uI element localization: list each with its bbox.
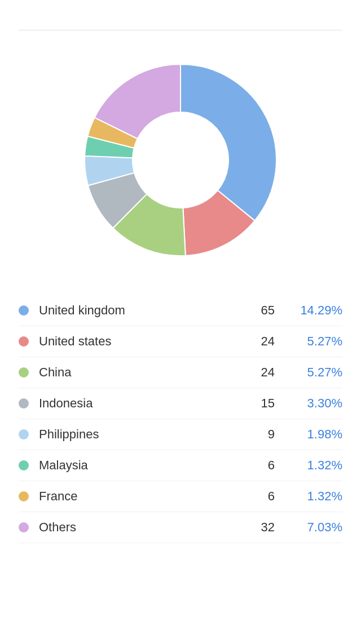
chart-svg — [73, 53, 288, 267]
legend-color-dot — [19, 491, 29, 501]
legend-label: China — [39, 365, 241, 380]
legend-count: 6 — [241, 489, 275, 504]
legend-row: Philippines91.98% — [19, 419, 342, 450]
legend-label: Indonesia — [39, 396, 241, 411]
legend-label: Philippines — [39, 427, 241, 442]
legend: United kingdom6514.29%United states245.2… — [19, 295, 342, 543]
legend-row: Indonesia153.30% — [19, 388, 342, 419]
donut-chart — [19, 53, 342, 267]
legend-row: France61.32% — [19, 481, 342, 512]
legend-pct: 1.32% — [292, 489, 342, 504]
legend-row: United states245.27% — [19, 326, 342, 357]
legend-color-dot — [19, 367, 29, 377]
legend-count: 9 — [241, 427, 275, 442]
page-container: United kingdom6514.29%United states245.2… — [0, 0, 361, 566]
legend-count: 15 — [241, 396, 275, 411]
legend-pct: 7.03% — [292, 520, 342, 535]
segment-united-kingdom[interactable] — [180, 64, 276, 221]
legend-count: 24 — [241, 365, 275, 380]
legend-row: China245.27% — [19, 357, 342, 388]
legend-color-dot — [19, 460, 29, 470]
legend-pct: 14.29% — [292, 303, 342, 318]
legend-label: France — [39, 489, 241, 504]
legend-count: 65 — [241, 303, 275, 318]
legend-color-dot — [19, 429, 29, 439]
legend-pct: 3.30% — [292, 396, 342, 411]
legend-color-dot — [19, 398, 29, 408]
legend-color-dot — [19, 336, 29, 347]
legend-label: Malaysia — [39, 458, 241, 473]
legend-count: 24 — [241, 334, 275, 349]
legend-pct: 5.27% — [292, 334, 342, 349]
legend-count: 32 — [241, 520, 275, 535]
legend-count: 6 — [241, 458, 275, 473]
divider — [19, 30, 342, 30]
legend-row: Others327.03% — [19, 512, 342, 543]
legend-color-dot — [19, 305, 29, 316]
legend-row: Malaysia61.32% — [19, 450, 342, 481]
legend-label: United states — [39, 334, 241, 349]
legend-color-dot — [19, 522, 29, 532]
legend-row: United kingdom6514.29% — [19, 295, 342, 326]
legend-label: United kingdom — [39, 303, 241, 318]
legend-label: Others — [39, 520, 241, 535]
legend-pct: 1.32% — [292, 458, 342, 473]
legend-pct: 5.27% — [292, 365, 342, 380]
legend-pct: 1.98% — [292, 427, 342, 442]
